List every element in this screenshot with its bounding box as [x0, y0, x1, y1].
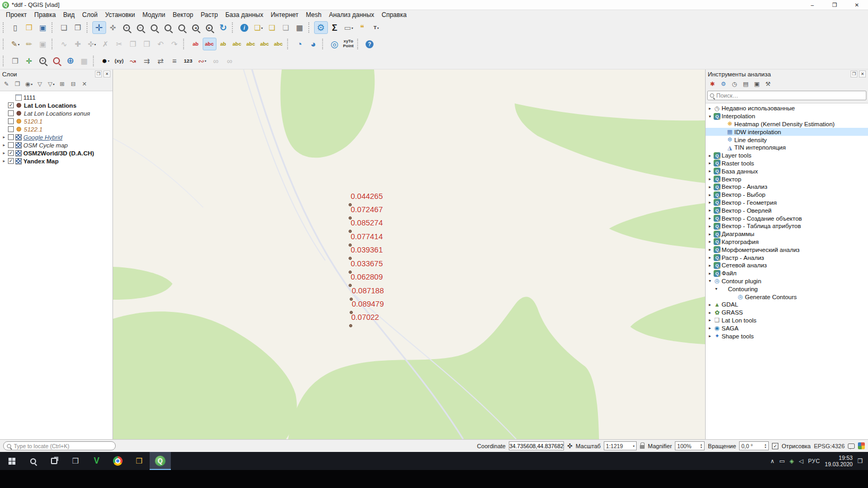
expander-icon[interactable]: ▸	[707, 302, 713, 307]
toolbar-handle[interactable]	[322, 39, 326, 49]
expander-icon[interactable]: ▸	[707, 232, 713, 237]
toolbox-group-raster-tools[interactable]: ▸ Q Raster tools	[706, 160, 868, 168]
expander-icon[interactable]: ▸	[707, 263, 713, 268]
expander-icon[interactable]: ▸	[707, 200, 713, 205]
add-group[interactable]: ❐	[12, 79, 23, 89]
zoom-full[interactable]	[147, 21, 161, 34]
toolbox-group-raster-analysis[interactable]: ▸ Q Растр - Анализ	[706, 254, 868, 262]
expander-icon[interactable]: ▸	[707, 208, 713, 213]
manage-map-themes[interactable]: ◉▾	[23, 79, 34, 89]
help-contents[interactable]: ?	[363, 38, 377, 50]
diagram-options[interactable]: ◔	[293, 38, 307, 50]
extents-toggle-icon[interactable]: ✜	[567, 442, 572, 450]
zoom-to-selection[interactable]	[161, 21, 175, 34]
expander-icon[interactable]: ▸	[707, 255, 713, 260]
menu-item[interactable]: Установки	[101, 11, 138, 19]
save-layer-edits[interactable]: ▣	[36, 38, 50, 50]
toolbar-handle[interactable]	[3, 39, 7, 49]
layer-lat-lon-locations-copy[interactable]: Lat Lon Locations копия	[0, 109, 112, 117]
visibility-checkbox[interactable]	[8, 150, 14, 156]
toolbox-panel-close-button[interactable]: ✕	[859, 71, 866, 77]
zoom-next[interactable]: ▸	[203, 21, 216, 34]
toolbox-group-saga[interactable]: ▸ ◉ SAGA	[706, 324, 868, 332]
toolbox-group-vector-analysis[interactable]: ▸ Q Вектор - Анализ	[706, 183, 868, 191]
rotation-spinbox[interactable]: 0,0 ° ▲▼	[739, 441, 769, 450]
capture-coordinates[interactable]: (xy)	[112, 55, 126, 67]
layout-manager[interactable]: ❐	[71, 21, 85, 34]
layer-lat-lon-locations[interactable]: Lat Lon Locations	[0, 101, 112, 109]
identify-features[interactable]: i	[238, 21, 251, 34]
expander-icon[interactable]: ▸	[2, 135, 6, 140]
close-button[interactable]: ✕	[846, 0, 868, 10]
crs-status[interactable]: EPSG:4326	[814, 443, 845, 449]
toolbox-search-input[interactable]	[716, 92, 864, 99]
toolbox-recently-used[interactable]: ▸ ◷ Недавно использованные	[706, 104, 868, 112]
menu-item[interactable]: Модули	[138, 11, 169, 19]
statistical-summary[interactable]: Σ	[328, 21, 342, 34]
save-project[interactable]: ▣	[36, 21, 50, 34]
railway-measure[interactable]: ≡	[168, 55, 181, 67]
toolbox-group-contour-plugin[interactable]: ▾ ◎ Contour plugin	[706, 277, 868, 285]
select-features[interactable]: ❏▾	[251, 21, 265, 34]
filter-legend[interactable]: ▽	[34, 79, 46, 89]
toolbar-handle[interactable]	[287, 39, 291, 49]
add-feature[interactable]: ✚	[71, 38, 85, 50]
menu-item[interactable]: Проект	[2, 11, 31, 19]
toolbox-group-vector[interactable]: ▸ Q Вектор	[706, 175, 868, 183]
zoom-to-layer[interactable]	[175, 21, 189, 34]
toolbox-group-file[interactable]: ▸ Q Файл	[706, 269, 868, 277]
menu-item[interactable]: Слой	[79, 11, 101, 19]
results-viewer[interactable]: ▤	[740, 79, 751, 89]
zoom-in[interactable]: +	[120, 21, 134, 34]
layer-5122-1[interactable]: 5122.1	[0, 125, 112, 133]
layer-osm2world-3d[interactable]: ▸ OSM2World/3D (D.A.CH)	[0, 149, 112, 157]
magnifier-spinbox[interactable]: 100% ▲▼	[675, 441, 705, 450]
spinner-arrows-icon[interactable]: ▲▼	[700, 443, 702, 449]
messages-icon[interactable]	[848, 443, 855, 449]
layer-osm-cycle-map[interactable]: ▸ OSM Cycle map	[0, 141, 112, 149]
menu-item[interactable]: Справка	[378, 11, 410, 19]
label-rotate[interactable]: abc	[258, 38, 272, 50]
toolbox-group-shape-tools[interactable]: ▸ ✦ Shape tools	[706, 332, 868, 340]
direction-arrows[interactable]: ⇉	[140, 55, 154, 67]
azimuth-distance[interactable]: ↝	[126, 55, 140, 67]
tray-language[interactable]: РУС	[808, 458, 820, 464]
toolbox-group-gdal[interactable]: ▸ ▲ GDAL	[706, 301, 868, 309]
cut-features[interactable]: ✂	[112, 38, 126, 50]
label-pin[interactable]: ab	[216, 38, 230, 50]
open-layer-styling[interactable]: ✎	[1, 79, 12, 89]
toolbar-handle[interactable]	[357, 39, 361, 49]
pan-to-selection[interactable]: ✜	[106, 21, 120, 34]
filter-by-expression[interactable]: ▽▾	[46, 79, 57, 89]
toolbar-handle[interactable]	[308, 22, 313, 33]
expander-icon[interactable]: ▸	[707, 326, 713, 330]
select-by-value[interactable]: ❏	[265, 21, 279, 34]
labeling-options[interactable]: ab	[189, 38, 203, 50]
expander-icon[interactable]: ▸	[2, 143, 6, 147]
copy-features[interactable]: ❐	[126, 38, 140, 50]
layer-yandex-map[interactable]: ▸ Yandex Map	[0, 157, 112, 165]
diagram-options-2[interactable]: ◕	[307, 38, 320, 50]
expander-icon[interactable]: ▸	[707, 185, 713, 189]
zoom-out[interactable]: −	[134, 21, 147, 34]
toolbox-group-contouring[interactable]: ▾ Contouring	[706, 285, 868, 293]
menu-item[interactable]: Mesh	[302, 11, 325, 19]
lat-lon-capture[interactable]: ✛	[22, 55, 36, 67]
visibility-checkbox[interactable]	[8, 142, 14, 148]
expander-icon[interactable]: ▸	[707, 334, 713, 338]
toolbox-group-vector-table[interactable]: ▸ Q Вектор - Таблица атрибутов	[706, 222, 868, 230]
taskbar-search-button[interactable]	[22, 452, 44, 470]
expander-icon[interactable]: ▸	[2, 151, 6, 155]
toolbar-handle[interactable]	[232, 22, 236, 33]
label-change[interactable]: abc	[272, 38, 285, 50]
remove-layer[interactable]: ✕	[79, 79, 90, 89]
web-reader[interactable]: ⊕	[64, 55, 77, 67]
taskbar-app-qgis[interactable]: Q	[150, 452, 171, 470]
toolbox-panel-float-button[interactable]: ❐	[850, 71, 857, 77]
expander-icon[interactable]: ▾	[707, 278, 713, 283]
expander-icon[interactable]: ▸	[707, 271, 713, 276]
render-checkbox[interactable]: ✓	[772, 443, 778, 449]
layer-1111[interactable]: 1111	[0, 93, 112, 101]
menu-item[interactable]: Растр	[197, 11, 221, 19]
locator-input[interactable]	[14, 443, 112, 449]
